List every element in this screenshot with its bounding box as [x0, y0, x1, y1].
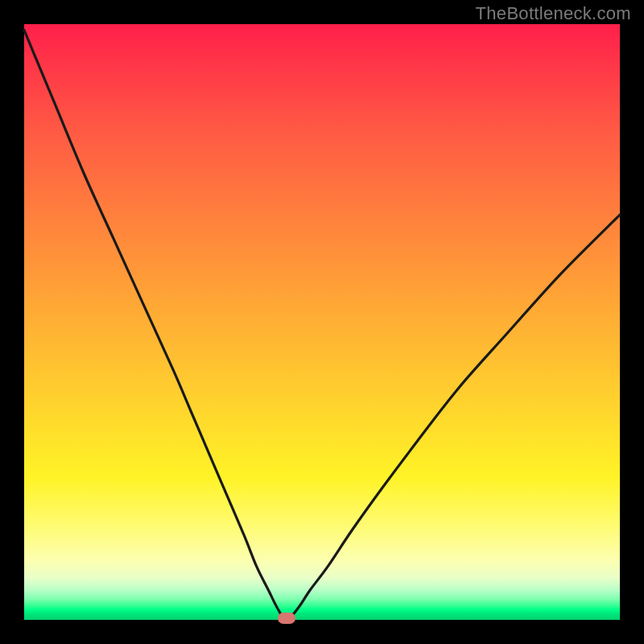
bottleneck-curve: [24, 24, 620, 620]
watermark-text: TheBottleneck.com: [476, 3, 631, 24]
optimal-point-marker: [278, 613, 295, 624]
outer-frame: TheBottleneck.com: [0, 0, 644, 644]
plot-area: [24, 24, 620, 620]
curve-path: [24, 30, 620, 620]
